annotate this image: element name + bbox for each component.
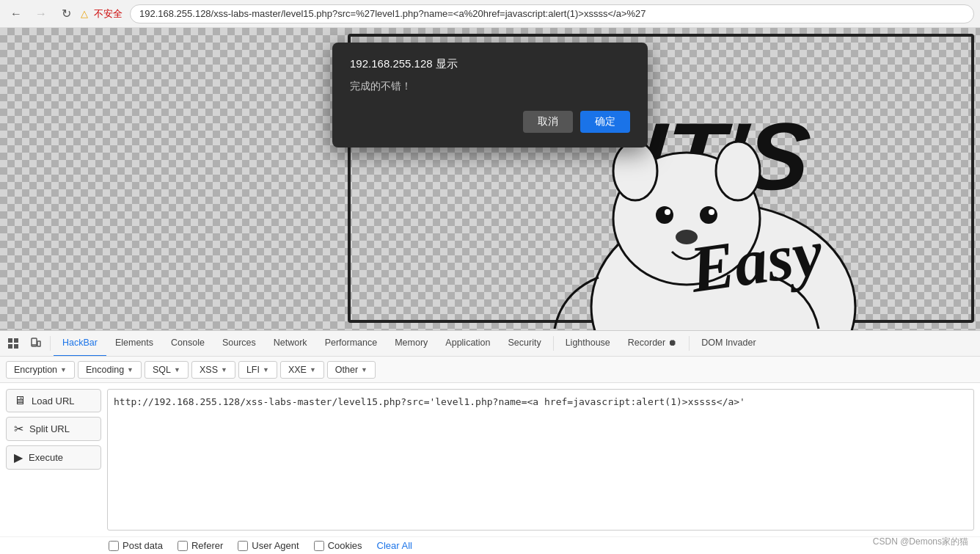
split-url-button[interactable]: ✂ Split URL (6, 417, 101, 441)
tab-security[interactable]: Security (500, 331, 550, 357)
tab-separator-3 (689, 336, 690, 351)
tab-elements[interactable]: Elements (106, 331, 162, 357)
cookies-checkbox[interactable] (314, 541, 324, 551)
xss-menu[interactable]: XSS ▼ (191, 361, 235, 379)
lfi-chevron-icon: ▼ (263, 366, 269, 373)
tab-separator-2 (553, 336, 554, 351)
tab-recorder[interactable]: Recorder ⏺ (619, 331, 686, 357)
address-bar[interactable] (130, 4, 974, 23)
post-data-checkbox[interactable] (109, 541, 119, 551)
encryption-menu[interactable]: Encryption ▼ (6, 361, 75, 379)
tab-hackbar[interactable]: HackBar (54, 331, 106, 357)
hackbar-toolbar: Encryption ▼ Encoding ▼ SQL ▼ XSS ▼ LFI … (0, 357, 980, 383)
device-icon-button[interactable] (25, 333, 45, 354)
sql-chevron-icon: ▼ (174, 366, 180, 373)
svg-point-5 (716, 142, 760, 200)
devtools-panel: HackBar Elements Console Sources Network… (0, 330, 980, 554)
alert-title: 192.168.255.128 显示 (350, 57, 630, 71)
svg-rect-13 (37, 341, 40, 346)
user-agent-option[interactable]: User Agent (238, 540, 299, 551)
referer-checkbox[interactable] (178, 541, 188, 551)
xss-chevron-icon: ▼ (221, 366, 227, 373)
alert-confirm-button[interactable]: 确定 (580, 111, 630, 133)
load-url-button[interactable]: 🖥 Load URL (6, 389, 101, 412)
inspect-icon-button[interactable] (3, 333, 23, 354)
tab-memory[interactable]: Memory (386, 331, 436, 357)
user-agent-checkbox[interactable] (238, 541, 248, 551)
execute-icon: ▶ (14, 451, 23, 464)
footer-watermark: CSDN @Demons家的猫 (873, 536, 968, 548)
encryption-chevron-icon: ▼ (60, 366, 67, 373)
hackbar-options: Post data Referer User Agent Cookies Cle… (0, 536, 980, 554)
tab-performance[interactable]: Performance (316, 331, 387, 357)
tab-console[interactable]: Console (162, 331, 213, 357)
svg-point-7 (700, 206, 717, 224)
alert-cancel-button[interactable]: 取消 (523, 111, 573, 133)
forward-button[interactable]: → (31, 4, 51, 24)
alert-buttons: 取消 确定 (350, 111, 630, 133)
main-content: 192.168.255.128 显示 完成的不错！ 取消 确定 IT'S (0, 28, 980, 330)
alert-dialog: 192.168.255.128 显示 完成的不错！ 取消 确定 (332, 43, 648, 147)
other-chevron-icon: ▼ (361, 366, 368, 373)
load-url-icon: 🖥 (14, 394, 26, 407)
other-menu[interactable]: Other ▼ (327, 361, 376, 379)
split-url-icon: ✂ (14, 422, 23, 436)
clear-all-button[interactable]: Clear All (377, 540, 412, 551)
devtools-tabs: HackBar Elements Console Sources Network… (0, 331, 980, 357)
xxe-chevron-icon: ▼ (310, 366, 316, 373)
tab-dom-invader[interactable]: DOM Invader (692, 331, 764, 357)
lfi-menu[interactable]: LFI ▼ (238, 361, 277, 379)
hackbar-body: 🖥 Load URL ✂ Split URL ▶ Execute http://… (0, 383, 980, 536)
tab-lighthouse[interactable]: Lighthouse (557, 331, 619, 357)
post-data-option[interactable]: Post data (109, 540, 163, 551)
tab-sources[interactable]: Sources (213, 331, 265, 357)
browser-toolbar: ← → ↻ △ 不安全 (0, 0, 980, 28)
xxe-menu[interactable]: XXE ▼ (280, 361, 324, 379)
svg-point-9 (709, 209, 714, 215)
svg-point-8 (665, 209, 670, 215)
recorder-icon: ⏺ (668, 338, 677, 348)
security-warning-icon: △ (81, 8, 88, 19)
security-label: 不安全 (94, 7, 122, 21)
refresh-button[interactable]: ↻ (56, 4, 76, 24)
execute-button[interactable]: ▶ Execute (6, 445, 101, 470)
encoding-chevron-icon: ▼ (127, 366, 134, 373)
svg-point-4 (613, 142, 657, 200)
referer-option[interactable]: Referer (178, 540, 223, 551)
sql-menu[interactable]: SQL ▼ (145, 361, 189, 379)
tab-separator (50, 336, 51, 351)
encoding-menu[interactable]: Encoding ▼ (78, 361, 142, 379)
tab-network[interactable]: Network (265, 331, 316, 357)
cookies-option[interactable]: Cookies (314, 540, 362, 551)
hackbar-actions: 🖥 Load URL ✂ Split URL ▶ Execute (6, 389, 101, 531)
alert-message: 完成的不错！ (350, 80, 630, 93)
url-input[interactable]: http://192.168.255.128/xss-labs-master/l… (107, 389, 974, 531)
back-button[interactable]: ← (6, 4, 26, 24)
svg-point-6 (656, 206, 673, 224)
tab-application[interactable]: Application (436, 331, 499, 357)
